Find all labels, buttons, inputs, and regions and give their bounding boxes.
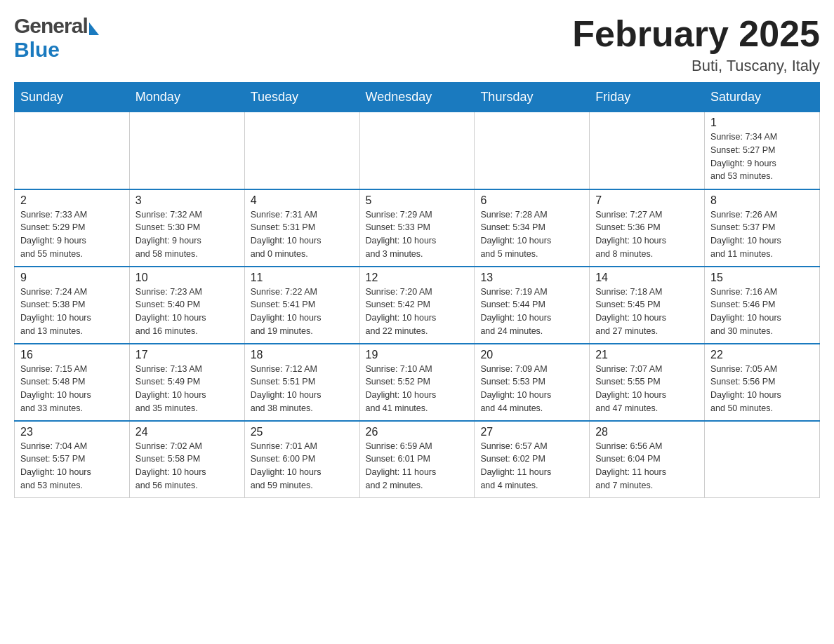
column-header-tuesday: Tuesday [244, 83, 359, 112]
calendar-week-row: 9Sunrise: 7:24 AM Sunset: 5:38 PM Daylig… [15, 267, 820, 344]
calendar-cell: 21Sunrise: 7:07 AM Sunset: 5:55 PM Dayli… [590, 344, 705, 421]
logo: General Blue [14, 14, 99, 62]
day-number: 25 [251, 426, 354, 438]
day-number: 13 [480, 271, 583, 284]
day-number: 4 [251, 194, 354, 207]
calendar-cell: 18Sunrise: 7:12 AM Sunset: 5:51 PM Dayli… [244, 344, 359, 421]
calendar-cell [705, 421, 820, 498]
day-number: 23 [20, 426, 124, 438]
calendar-cell: 22Sunrise: 7:05 AM Sunset: 5:56 PM Dayli… [705, 344, 820, 421]
day-info: Sunrise: 7:27 AM Sunset: 5:36 PM Dayligh… [595, 208, 699, 261]
column-header-saturday: Saturday [705, 83, 820, 112]
calendar-week-row: 1Sunrise: 7:34 AM Sunset: 5:27 PM Daylig… [15, 112, 820, 189]
calendar-cell: 2Sunrise: 7:33 AM Sunset: 5:29 PM Daylig… [15, 189, 130, 267]
day-number: 5 [366, 194, 469, 207]
column-header-monday: Monday [129, 83, 244, 112]
calendar-cell: 27Sunrise: 6:57 AM Sunset: 6:02 PM Dayli… [475, 421, 590, 498]
day-info: Sunrise: 7:02 AM Sunset: 5:58 PM Dayligh… [135, 440, 239, 492]
day-info: Sunrise: 7:09 AM Sunset: 5:53 PM Dayligh… [480, 363, 583, 415]
day-number: 14 [595, 271, 699, 284]
month-title: February 2025 [572, 14, 820, 54]
calendar-cell: 1Sunrise: 7:34 AM Sunset: 5:27 PM Daylig… [705, 112, 820, 189]
calendar-week-row: 23Sunrise: 7:04 AM Sunset: 5:57 PM Dayli… [15, 421, 820, 498]
calendar-cell: 6Sunrise: 7:28 AM Sunset: 5:34 PM Daylig… [475, 189, 590, 267]
day-info: Sunrise: 7:31 AM Sunset: 5:31 PM Dayligh… [251, 208, 354, 261]
day-number: 3 [135, 194, 239, 207]
calendar-cell: 20Sunrise: 7:09 AM Sunset: 5:53 PM Dayli… [475, 344, 590, 421]
day-info: Sunrise: 7:23 AM Sunset: 5:40 PM Dayligh… [135, 286, 239, 338]
day-info: Sunrise: 7:10 AM Sunset: 5:52 PM Dayligh… [366, 363, 469, 415]
day-info: Sunrise: 7:01 AM Sunset: 6:00 PM Dayligh… [251, 440, 354, 492]
day-number: 2 [20, 194, 124, 207]
column-header-sunday: Sunday [15, 83, 130, 112]
day-info: Sunrise: 7:19 AM Sunset: 5:44 PM Dayligh… [480, 286, 583, 338]
calendar-cell: 28Sunrise: 6:56 AM Sunset: 6:04 PM Dayli… [590, 421, 705, 498]
calendar-cell [129, 112, 244, 189]
calendar-cell: 11Sunrise: 7:22 AM Sunset: 5:41 PM Dayli… [244, 267, 359, 344]
calendar-cell: 13Sunrise: 7:19 AM Sunset: 5:44 PM Dayli… [475, 267, 590, 344]
calendar-cell [590, 112, 705, 189]
day-info: Sunrise: 7:33 AM Sunset: 5:29 PM Dayligh… [20, 208, 124, 261]
day-number: 21 [595, 349, 699, 361]
day-number: 26 [366, 426, 469, 438]
calendar-cell: 5Sunrise: 7:29 AM Sunset: 5:33 PM Daylig… [359, 189, 475, 267]
day-info: Sunrise: 7:04 AM Sunset: 5:57 PM Dayligh… [20, 440, 124, 492]
day-number: 6 [480, 194, 583, 207]
day-number: 27 [480, 426, 583, 438]
calendar-cell: 8Sunrise: 7:26 AM Sunset: 5:37 PM Daylig… [705, 189, 820, 267]
calendar-cell: 19Sunrise: 7:10 AM Sunset: 5:52 PM Dayli… [359, 344, 475, 421]
logo-blue-text: Blue [14, 38, 60, 61]
calendar-cell: 24Sunrise: 7:02 AM Sunset: 5:58 PM Dayli… [129, 421, 244, 498]
calendar-cell: 14Sunrise: 7:18 AM Sunset: 5:45 PM Dayli… [590, 267, 705, 344]
day-number: 8 [710, 194, 814, 207]
day-number: 15 [710, 271, 814, 284]
day-number: 12 [366, 271, 469, 284]
calendar-body: 1Sunrise: 7:34 AM Sunset: 5:27 PM Daylig… [15, 112, 820, 498]
day-number: 20 [480, 349, 583, 361]
calendar-table: SundayMondayTuesdayWednesdayThursdayFrid… [14, 82, 820, 498]
day-info: Sunrise: 6:59 AM Sunset: 6:01 PM Dayligh… [366, 440, 469, 492]
calendar-cell: 9Sunrise: 7:24 AM Sunset: 5:38 PM Daylig… [15, 267, 130, 344]
calendar-week-row: 2Sunrise: 7:33 AM Sunset: 5:29 PM Daylig… [15, 189, 820, 267]
calendar-week-row: 16Sunrise: 7:15 AM Sunset: 5:48 PM Dayli… [15, 344, 820, 421]
day-number: 11 [251, 271, 354, 284]
day-info: Sunrise: 7:29 AM Sunset: 5:33 PM Dayligh… [366, 208, 469, 261]
column-header-wednesday: Wednesday [359, 83, 475, 112]
day-number: 28 [595, 426, 699, 438]
day-info: Sunrise: 7:13 AM Sunset: 5:49 PM Dayligh… [135, 363, 239, 415]
day-info: Sunrise: 6:57 AM Sunset: 6:02 PM Dayligh… [480, 440, 583, 492]
page-header: General Blue February 2025 Buti, Tuscany… [14, 14, 820, 75]
day-info: Sunrise: 7:22 AM Sunset: 5:41 PM Dayligh… [251, 286, 354, 338]
calendar-cell: 7Sunrise: 7:27 AM Sunset: 5:36 PM Daylig… [590, 189, 705, 267]
column-header-friday: Friday [590, 83, 705, 112]
calendar-cell: 3Sunrise: 7:32 AM Sunset: 5:30 PM Daylig… [129, 189, 244, 267]
title-block: February 2025 Buti, Tuscany, Italy [572, 14, 820, 75]
day-number: 16 [20, 349, 124, 361]
calendar-cell [244, 112, 359, 189]
day-info: Sunrise: 7:12 AM Sunset: 5:51 PM Dayligh… [251, 363, 354, 415]
day-number: 17 [135, 349, 239, 361]
calendar-cell [475, 112, 590, 189]
day-info: Sunrise: 7:32 AM Sunset: 5:30 PM Dayligh… [135, 208, 239, 261]
day-number: 24 [135, 426, 239, 438]
day-info: Sunrise: 7:18 AM Sunset: 5:45 PM Dayligh… [595, 286, 699, 338]
calendar-cell: 23Sunrise: 7:04 AM Sunset: 5:57 PM Dayli… [15, 421, 130, 498]
calendar-cell [15, 112, 130, 189]
day-info: Sunrise: 7:20 AM Sunset: 5:42 PM Dayligh… [366, 286, 469, 338]
day-number: 19 [366, 349, 469, 361]
day-number: 7 [595, 194, 699, 207]
calendar-cell: 26Sunrise: 6:59 AM Sunset: 6:01 PM Dayli… [359, 421, 475, 498]
calendar-cell: 10Sunrise: 7:23 AM Sunset: 5:40 PM Dayli… [129, 267, 244, 344]
calendar-cell: 15Sunrise: 7:16 AM Sunset: 5:46 PM Dayli… [705, 267, 820, 344]
day-info: Sunrise: 7:34 AM Sunset: 5:27 PM Dayligh… [710, 130, 814, 183]
day-info: Sunrise: 7:28 AM Sunset: 5:34 PM Dayligh… [480, 208, 583, 261]
logo-general-text: General [14, 14, 88, 38]
column-header-thursday: Thursday [475, 83, 590, 112]
day-info: Sunrise: 7:05 AM Sunset: 5:56 PM Dayligh… [710, 363, 814, 415]
calendar-cell: 16Sunrise: 7:15 AM Sunset: 5:48 PM Dayli… [15, 344, 130, 421]
day-info: Sunrise: 7:07 AM Sunset: 5:55 PM Dayligh… [595, 363, 699, 415]
day-number: 22 [710, 349, 814, 361]
day-info: Sunrise: 7:15 AM Sunset: 5:48 PM Dayligh… [20, 363, 124, 415]
day-number: 9 [20, 271, 124, 284]
day-info: Sunrise: 7:26 AM Sunset: 5:37 PM Dayligh… [710, 208, 814, 261]
